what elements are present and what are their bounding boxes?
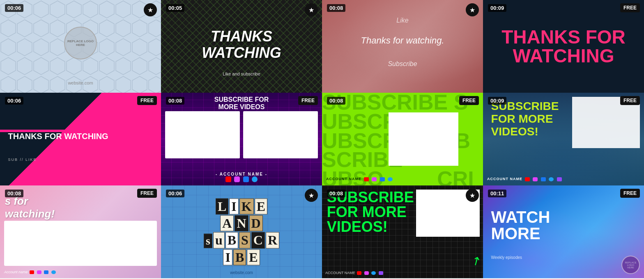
youtube-icon [225,176,231,182]
free-badge: FREE [137,189,157,198]
ransom-text: LIKE AND suBSCRIBE [201,198,282,266]
card-2-subtitle: Like and subscribe [161,71,322,76]
free-badge: FREE [620,3,640,12]
twitter-icon [51,270,56,274]
video-boxes [165,111,318,158]
template-card-1[interactable]: REPLACE LOGO HERE website.com 00:06 ★ [0,0,161,93]
card-4-title: THANKS FORWATCHING [491,27,636,65]
template-card-6[interactable]: SUBSCRIBE FORMORE VIDEOS - ACCOUNT NAME … [161,93,322,185]
template-card-10[interactable]: LIKE AND suBSCRIBE website.com 00:06 ★ [161,185,322,278]
ransom-s3: S [239,232,251,248]
star-badge[interactable]: ★ [305,3,318,16]
star-badge[interactable]: ★ [144,3,157,16]
template-card-2[interactable]: THANKSWATCHING Like and subscribe 00:05 … [161,0,322,93]
time-badge: 00:08 [327,4,345,12]
ransom-a: A [220,215,234,231]
ransom-u: u [213,232,225,248]
card-8-title: SUBSCRIBEFOR MOREVIDEOS! [491,100,559,138]
instagram-icon [364,271,369,275]
twitter-icon [388,177,393,181]
twitter-icon [252,176,258,182]
youtube-icon [525,177,530,181]
twitch-icon [379,271,383,275]
youtube-icon [357,271,361,275]
youtube-icon [364,177,369,181]
ransom-s2: s [204,234,212,248]
time-badge: 00:08 [327,190,345,197]
logo-text: REPLACELOGOHERE [625,261,636,269]
account-row: ACCOUNT NAME [326,177,393,181]
time-badge: 00:09 [488,97,506,105]
ransom-e1: E [255,199,267,215]
time-badge: 00:05 [166,4,184,12]
star-icon: ★ [469,6,475,14]
template-grid: REPLACE LOGO HERE website.com 00:06 ★ TH… [0,0,644,278]
free-badge: FREE [298,96,318,105]
template-card-4[interactable]: THANKS FORWATCHING 00:09 FREE [483,0,644,93]
star-badge[interactable]: ★ [466,3,479,16]
account-name: ACCOUNT NAME [487,177,522,181]
star-icon: ★ [147,6,153,14]
account-name: ACCOUNT NAME [326,177,361,181]
logo-placeholder: REPLACE LOGO HERE [64,27,97,59]
account-row: ACCOUNT NAME [487,177,563,181]
card-5-sub: SUB // LIKE [8,158,37,162]
template-card-7[interactable]: SUBSCRIBE SUBSCRIBEUBSCRIBE UBSCRIBEUBSO… [322,93,483,185]
floral-overlay [322,0,483,93]
video-box [4,221,157,266]
ransom-d: D [249,215,263,231]
subscribe-text: Subscribe [322,60,483,68]
instagram-icon [234,176,240,182]
free-badge: FREE [459,96,479,105]
template-card-11[interactable]: SUBSCRIBEFOR MOREVIDEOS! ↗ ACCOUNT NAME … [322,185,483,278]
ransom-i: I [229,199,238,215]
time-badge: 00:08 [327,97,345,105]
free-badge: FREE [620,96,640,105]
time-badge: 00:06 [5,4,23,12]
ransom-b2: B [225,232,238,248]
website-text: website.com [0,80,161,85]
time-badge: 00:11 [488,190,506,197]
video-box-1 [165,111,240,158]
card-12-title: WATCHMORE [491,209,550,242]
facebook-icon [541,177,546,181]
ransom-i2: I [223,249,232,265]
template-card-9[interactable]: s forwatching! Account name 00:08 FREE [0,185,161,278]
weekly-text: Weekly episodes [491,255,522,260]
card-2-title: THANKSWATCHING [202,28,281,61]
time-badge: 00:08 [5,190,23,197]
instagram-icon [37,270,41,274]
ransom-l: L [216,199,228,215]
time-badge: 00:06 [166,190,184,197]
account-name: Account name [4,270,28,274]
instagram-icon [372,177,377,181]
ransom-b3: B [233,249,246,265]
star-badge[interactable]: ★ [305,189,318,202]
twitch-icon [557,177,562,181]
website-text: website.com [161,270,322,275]
ransom-e2: E [247,249,260,265]
youtube-icon [30,270,34,274]
template-card-5[interactable]: THANKS FOR WATCHING SUB // LIKE 00:06 FR… [0,93,161,185]
time-badge: 00:09 [488,4,506,12]
free-badge: FREE [620,189,640,198]
account-row: Account name [4,270,57,274]
star-icon: ★ [308,6,314,14]
ransom-c: C [251,232,265,248]
star-badge[interactable]: ★ [466,189,479,202]
facebook-icon [44,270,48,274]
template-card-3[interactable]: Like Thanks for watching. Subscribe 00:0… [322,0,483,93]
social-icons [161,176,322,182]
facebook-icon [380,177,385,181]
thanks-text: Thanks for watching. [322,35,483,46]
free-badge: FREE [137,96,157,105]
account-row: ACCOUNT NAME [325,271,384,275]
video-box-2 [243,111,318,158]
template-card-12[interactable]: WATCHMORE Weekly episodes REPLACELOGOHER… [483,185,644,278]
logo-circle: REPLACELOGOHERE [621,256,640,274]
card-9-title: s forwatching! [5,195,55,220]
card-5-title: THANKS FOR WATCHING [8,132,108,141]
template-card-8[interactable]: SUBSCRIBEFOR MOREVIDEOS! ACCOUNT NAME 00… [483,93,644,185]
star-icon: ★ [469,192,475,199]
time-badge: 00:08 [166,97,184,105]
